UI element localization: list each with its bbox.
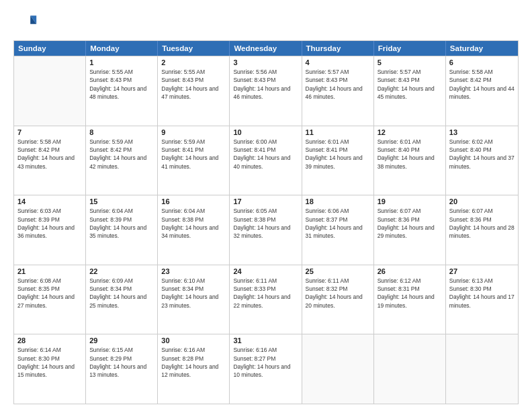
weekday-header-monday: Monday (86, 41, 158, 56)
sun-info: Sunrise: 6:01 AMSunset: 8:40 PMDaylight:… (378, 138, 442, 171)
calendar-cell-3-1: 22Sunrise: 6:09 AMSunset: 8:34 PMDayligh… (86, 265, 158, 334)
calendar-cell-1-6: 13Sunrise: 6:02 AMSunset: 8:40 PMDayligh… (446, 126, 518, 195)
calendar-cell-4-3: 31Sunrise: 6:16 AMSunset: 8:27 PMDayligh… (230, 334, 302, 404)
sun-info: Sunrise: 5:55 AMSunset: 8:43 PMDaylight:… (89, 68, 154, 101)
calendar-cell-3-6: 27Sunrise: 6:13 AMSunset: 8:30 PMDayligh… (446, 265, 518, 334)
calendar-cell-3-3: 24Sunrise: 6:11 AMSunset: 8:33 PMDayligh… (230, 265, 302, 334)
day-number: 10 (233, 128, 298, 136)
sun-info: Sunrise: 6:10 AMSunset: 8:34 PMDaylight:… (161, 277, 226, 310)
day-number: 15 (89, 197, 154, 205)
calendar-cell-1-1: 8Sunrise: 5:59 AMSunset: 8:42 PMDaylight… (86, 126, 158, 195)
calendar-week-0: 1Sunrise: 5:55 AMSunset: 8:43 PMDaylight… (14, 56, 518, 126)
weekday-header-thursday: Thursday (302, 41, 374, 56)
sun-info: Sunrise: 6:02 AMSunset: 8:40 PMDaylight:… (449, 138, 515, 171)
sun-info: Sunrise: 5:59 AMSunset: 8:42 PMDaylight:… (89, 138, 154, 171)
calendar-cell-1-3: 10Sunrise: 6:00 AMSunset: 8:41 PMDayligh… (230, 126, 302, 195)
calendar-cell-0-3: 3Sunrise: 5:56 AMSunset: 8:43 PMDaylight… (230, 56, 302, 126)
sun-info: Sunrise: 5:59 AMSunset: 8:41 PMDaylight:… (161, 138, 226, 171)
sun-info: Sunrise: 6:11 AMSunset: 8:32 PMDaylight:… (306, 277, 370, 310)
day-number: 26 (378, 267, 442, 275)
sun-info: Sunrise: 6:16 AMSunset: 8:27 PMDaylight:… (233, 346, 298, 379)
sun-info: Sunrise: 6:11 AMSunset: 8:33 PMDaylight:… (233, 277, 298, 310)
calendar-cell-1-4: 11Sunrise: 6:01 AMSunset: 8:41 PMDayligh… (302, 126, 374, 195)
weekday-header-tuesday: Tuesday (158, 41, 230, 56)
calendar-cell-3-4: 25Sunrise: 6:11 AMSunset: 8:32 PMDayligh… (302, 265, 374, 334)
day-number: 22 (89, 267, 154, 275)
sun-info: Sunrise: 5:56 AMSunset: 8:43 PMDaylight:… (233, 68, 298, 101)
weekday-header-friday: Friday (374, 41, 446, 56)
calendar-cell-1-2: 9Sunrise: 5:59 AMSunset: 8:41 PMDaylight… (158, 126, 230, 195)
weekday-header-saturday: Saturday (446, 41, 518, 56)
sun-info: Sunrise: 6:05 AMSunset: 8:38 PMDaylight:… (233, 207, 298, 240)
logo-icon (13, 11, 38, 35)
calendar-cell-2-3: 17Sunrise: 6:05 AMSunset: 8:38 PMDayligh… (230, 195, 302, 265)
sun-info: Sunrise: 6:08 AMSunset: 8:35 PMDaylight:… (17, 277, 82, 310)
sun-info: Sunrise: 6:07 AMSunset: 8:36 PMDaylight:… (449, 207, 515, 240)
day-number: 7 (17, 128, 82, 136)
day-number: 13 (449, 128, 515, 136)
calendar-week-2: 14Sunrise: 6:03 AMSunset: 8:39 PMDayligh… (14, 195, 518, 265)
day-number: 5 (378, 58, 442, 66)
calendar-cell-0-1: 1Sunrise: 5:55 AMSunset: 8:43 PMDaylight… (86, 56, 158, 126)
calendar-header: SundayMondayTuesdayWednesdayThursdayFrid… (14, 41, 518, 56)
weekday-header-sunday: Sunday (14, 41, 86, 56)
calendar-cell-2-2: 16Sunrise: 6:04 AMSunset: 8:38 PMDayligh… (158, 195, 230, 265)
sun-info: Sunrise: 5:58 AMSunset: 8:42 PMDaylight:… (449, 68, 515, 101)
calendar-week-1: 7Sunrise: 5:58 AMSunset: 8:42 PMDaylight… (14, 126, 518, 195)
header (13, 11, 519, 35)
calendar: SundayMondayTuesdayWednesdayThursdayFrid… (13, 40, 519, 404)
sun-info: Sunrise: 6:01 AMSunset: 8:41 PMDaylight:… (306, 138, 370, 171)
day-number: 30 (161, 336, 226, 345)
day-number: 19 (378, 197, 442, 205)
sun-info: Sunrise: 6:04 AMSunset: 8:38 PMDaylight:… (161, 207, 226, 240)
sun-info: Sunrise: 6:12 AMSunset: 8:31 PMDaylight:… (378, 277, 442, 310)
calendar-body: 1Sunrise: 5:55 AMSunset: 8:43 PMDaylight… (14, 56, 518, 404)
calendar-cell-3-2: 23Sunrise: 6:10 AMSunset: 8:34 PMDayligh… (158, 265, 230, 334)
calendar-cell-3-5: 26Sunrise: 6:12 AMSunset: 8:31 PMDayligh… (374, 265, 446, 334)
day-number: 31 (233, 336, 298, 345)
logo (13, 11, 40, 35)
day-number: 18 (306, 197, 370, 205)
sun-info: Sunrise: 5:57 AMSunset: 8:43 PMDaylight:… (306, 68, 370, 101)
calendar-cell-4-0: 28Sunrise: 6:14 AMSunset: 8:30 PMDayligh… (14, 334, 86, 404)
calendar-week-4: 28Sunrise: 6:14 AMSunset: 8:30 PMDayligh… (14, 334, 518, 404)
day-number: 25 (306, 267, 370, 275)
calendar-cell-2-1: 15Sunrise: 6:04 AMSunset: 8:39 PMDayligh… (86, 195, 158, 265)
calendar-cell-2-6: 20Sunrise: 6:07 AMSunset: 8:36 PMDayligh… (446, 195, 518, 265)
day-number: 28 (17, 336, 82, 345)
calendar-cell-0-0 (14, 56, 86, 126)
day-number: 27 (449, 267, 515, 275)
sun-info: Sunrise: 5:58 AMSunset: 8:42 PMDaylight:… (17, 138, 82, 171)
calendar-cell-2-0: 14Sunrise: 6:03 AMSunset: 8:39 PMDayligh… (14, 195, 86, 265)
calendar-cell-4-6 (446, 334, 518, 404)
day-number: 14 (17, 197, 82, 205)
page: SundayMondayTuesdayWednesdayThursdayFrid… (0, 0, 532, 411)
calendar-cell-0-2: 2Sunrise: 5:55 AMSunset: 8:43 PMDaylight… (158, 56, 230, 126)
sun-info: Sunrise: 6:14 AMSunset: 8:30 PMDaylight:… (17, 346, 82, 379)
day-number: 6 (449, 58, 515, 66)
calendar-cell-4-4 (302, 334, 374, 404)
day-number: 1 (89, 58, 154, 66)
calendar-cell-2-5: 19Sunrise: 6:07 AMSunset: 8:36 PMDayligh… (374, 195, 446, 265)
day-number: 16 (161, 197, 226, 205)
calendar-cell-4-5 (374, 334, 446, 404)
day-number: 9 (161, 128, 226, 136)
calendar-cell-0-6: 6Sunrise: 5:58 AMSunset: 8:42 PMDaylight… (446, 56, 518, 126)
sun-info: Sunrise: 6:07 AMSunset: 8:36 PMDaylight:… (378, 207, 442, 240)
calendar-cell-0-5: 5Sunrise: 5:57 AMSunset: 8:43 PMDaylight… (374, 56, 446, 126)
sun-info: Sunrise: 6:09 AMSunset: 8:34 PMDaylight:… (89, 277, 154, 310)
sun-info: Sunrise: 6:15 AMSunset: 8:29 PMDaylight:… (89, 346, 154, 379)
calendar-cell-2-4: 18Sunrise: 6:06 AMSunset: 8:37 PMDayligh… (302, 195, 374, 265)
day-number: 23 (161, 267, 226, 275)
calendar-cell-3-0: 21Sunrise: 6:08 AMSunset: 8:35 PMDayligh… (14, 265, 86, 334)
day-number: 24 (233, 267, 298, 275)
day-number: 8 (89, 128, 154, 136)
day-number: 12 (378, 128, 442, 136)
sun-info: Sunrise: 6:13 AMSunset: 8:30 PMDaylight:… (449, 277, 515, 310)
calendar-cell-4-2: 30Sunrise: 6:16 AMSunset: 8:28 PMDayligh… (158, 334, 230, 404)
calendar-cell-1-5: 12Sunrise: 6:01 AMSunset: 8:40 PMDayligh… (374, 126, 446, 195)
sun-info: Sunrise: 6:16 AMSunset: 8:28 PMDaylight:… (161, 346, 226, 379)
weekday-header-wednesday: Wednesday (230, 41, 302, 56)
day-number: 2 (161, 58, 226, 66)
day-number: 21 (17, 267, 82, 275)
